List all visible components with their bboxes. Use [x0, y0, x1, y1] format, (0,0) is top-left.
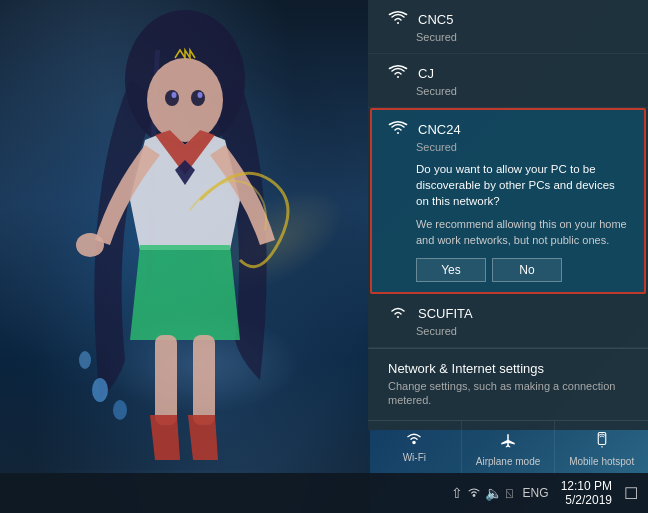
svg-rect-4 — [193, 335, 215, 425]
airplane-quick-icon — [468, 431, 549, 453]
no-button[interactable]: No — [492, 258, 562, 282]
quick-action-hotspot[interactable]: Mobile hotspot — [555, 421, 648, 478]
cnc24-status: Secured — [388, 141, 628, 153]
quick-actions-bar: Wi-Fi Airplane mode Mobile hotspot — [368, 420, 648, 478]
language-indicator[interactable]: ENG — [519, 486, 553, 500]
yes-button[interactable]: Yes — [416, 258, 486, 282]
network-item-cj[interactable]: CJ Secured — [368, 54, 648, 108]
svg-point-12 — [198, 92, 203, 98]
show-hidden-icons-button[interactable]: ⇧ — [451, 485, 463, 501]
network-settings[interactable]: Network & Internet settings Change setti… — [368, 348, 648, 416]
svg-point-11 — [172, 92, 177, 98]
svg-point-9 — [165, 90, 179, 106]
discovery-dialog: Do you want to allow your PC to be disco… — [388, 161, 628, 282]
svg-point-5 — [76, 233, 104, 257]
svg-point-2 — [147, 58, 223, 142]
notification-center-button[interactable]: ☐ — [620, 484, 642, 503]
cnc24-name: CNC24 — [418, 122, 461, 137]
cnc5-status: Secured — [388, 31, 628, 43]
network-taskbar-icon[interactable] — [467, 485, 481, 501]
wifi-icon-scufita — [388, 304, 408, 323]
taskbar-clock[interactable]: 12:10 PM 5/2/2019 — [553, 479, 620, 507]
network-item-cj-header: CJ — [388, 64, 628, 83]
network-item-cnc24[interactable]: CNC24 Secured Do you want to allow your … — [370, 108, 646, 294]
settings-subtitle: Change settings, such as making a connec… — [388, 379, 628, 408]
network-item-cnc5[interactable]: CNC5 Secured — [368, 0, 648, 54]
taskbar: ⇧ 🔈 ⍂ ENG 12:10 PM 5/2/2019 ☐ — [0, 473, 648, 513]
cnc5-name: CNC5 — [418, 12, 453, 27]
dialog-buttons: Yes No — [416, 258, 628, 282]
svg-point-6 — [92, 378, 108, 402]
sound-taskbar-icon[interactable]: 🔈 — [485, 485, 502, 501]
quick-action-wifi[interactable]: Wi-Fi — [368, 421, 462, 478]
svg-rect-3 — [155, 335, 177, 425]
wifi-icon-cnc24 — [388, 120, 408, 139]
settings-title: Network & Internet settings — [388, 361, 628, 376]
taskbar-system-icons: ⇧ 🔈 ⍂ — [445, 485, 519, 501]
scufita-name: SCUFITA — [418, 306, 473, 321]
wifi-icon-cnc5 — [388, 10, 408, 29]
battery-taskbar-icon[interactable]: ⍂ — [506, 487, 513, 499]
airplane-quick-label: Airplane mode — [468, 456, 549, 468]
cj-status: Secured — [388, 85, 628, 97]
quick-action-airplane[interactable]: Airplane mode — [462, 421, 556, 478]
svg-point-16 — [472, 494, 475, 497]
svg-point-10 — [191, 90, 205, 106]
hotspot-quick-label: Mobile hotspot — [561, 456, 642, 468]
taskbar-right: ⇧ 🔈 ⍂ ENG 12:10 PM 5/2/2019 ☐ — [445, 473, 642, 513]
taskbar-date: 5/2/2019 — [561, 493, 612, 507]
taskbar-time: 12:10 PM — [561, 479, 612, 493]
wifi-icon-cj — [388, 64, 408, 83]
network-panel: CNC5 Secured CJ Secured — [368, 0, 648, 430]
wifi-quick-icon — [374, 431, 455, 449]
discovery-recommendation: We recommend allowing this on your home … — [416, 217, 628, 248]
network-item-scufita[interactable]: SCUFITA Secured — [368, 294, 648, 348]
discovery-question: Do you want to allow your PC to be disco… — [416, 161, 628, 209]
hotspot-quick-icon — [561, 431, 642, 453]
svg-point-7 — [79, 351, 91, 369]
network-item-scufita-header: SCUFITA — [388, 304, 628, 323]
cj-name: CJ — [418, 66, 434, 81]
wifi-quick-label: Wi-Fi — [374, 452, 455, 464]
scufita-status: Secured — [388, 325, 628, 337]
network-item-cnc24-header: CNC24 — [388, 120, 628, 139]
character-art — [0, 0, 370, 470]
network-item-cnc5-header: CNC5 — [388, 10, 628, 29]
svg-point-8 — [113, 400, 127, 420]
svg-point-13 — [413, 440, 417, 444]
